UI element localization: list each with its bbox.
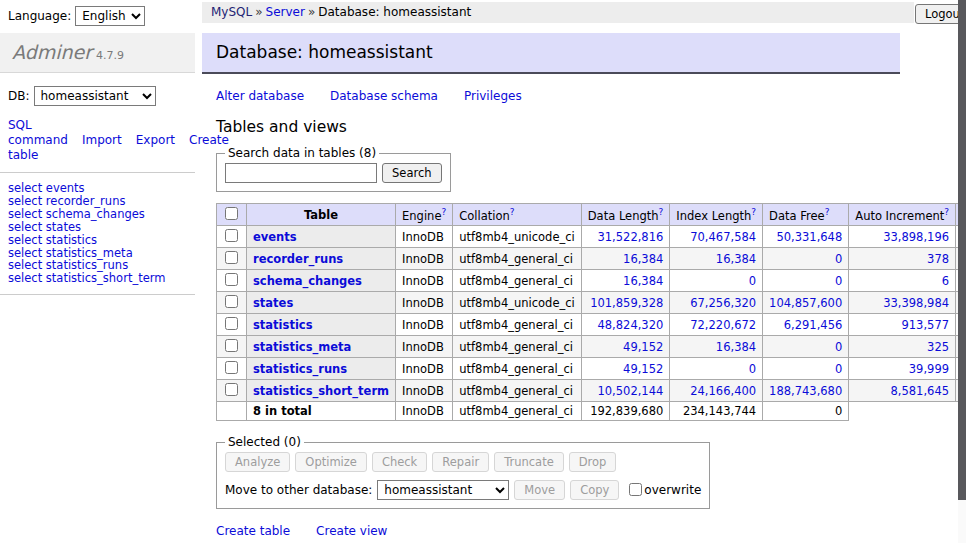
table-link-states[interactable]: states	[46, 220, 81, 234]
select-link-recorder_runs[interactable]: select	[8, 194, 42, 208]
table-name-link-statistics_runs[interactable]: statistics_runs	[253, 362, 347, 376]
select-link-events[interactable]: select	[8, 181, 42, 195]
data-free-link[interactable]: 0	[835, 362, 842, 376]
analyze-button[interactable]: Analyze	[225, 452, 290, 472]
select-link-schema_changes[interactable]: select	[8, 207, 42, 221]
overwrite-checkbox[interactable]	[629, 483, 642, 496]
select-link-statistics_short_term[interactable]: select	[8, 271, 42, 285]
action-link-alter-database[interactable]: Alter database	[216, 89, 304, 103]
auto-increment-link[interactable]: 6	[942, 274, 949, 288]
drop-button[interactable]: Drop	[569, 452, 617, 472]
footer-link-create-view[interactable]: Create view	[316, 524, 387, 538]
help-link[interactable]: ?	[659, 207, 664, 217]
breadcrumb-server-link[interactable]: Server	[266, 5, 305, 19]
table-link-events[interactable]: events	[46, 181, 85, 195]
index-length-link[interactable]: 72,220,672	[690, 318, 756, 332]
select-link-states[interactable]: select	[8, 220, 42, 234]
table-name-link-statistics_short_term[interactable]: statistics_short_term	[253, 384, 389, 398]
data-free-link[interactable]: 0	[835, 252, 842, 266]
index-length-link[interactable]: 67,256,320	[690, 296, 756, 310]
data-length-link[interactable]: 16,384	[623, 274, 663, 288]
index-length-link[interactable]: 0	[749, 274, 756, 288]
table-link-statistics_short_term[interactable]: statistics_short_term	[46, 271, 166, 285]
db-select[interactable]: homeassistant	[34, 86, 156, 106]
data-free-link[interactable]: 50,331,648	[776, 230, 842, 244]
auto-increment-link[interactable]: 33,398,984	[883, 296, 949, 310]
language-select[interactable]: English	[75, 6, 145, 26]
vertical-scrollbar-track[interactable]	[958, 0, 966, 543]
row-checkbox[interactable]	[225, 383, 238, 396]
auto-increment-link[interactable]: 913,577	[901, 318, 949, 332]
data-free-cell: 188,743,680	[763, 380, 849, 402]
row-checkbox[interactable]	[225, 273, 238, 286]
truncate-button[interactable]: Truncate	[494, 452, 564, 472]
optimize-button[interactable]: Optimize	[295, 452, 367, 472]
index-length-link[interactable]: 16,384	[716, 340, 756, 354]
search-button[interactable]: Search	[382, 163, 442, 183]
data-free-link[interactable]: 104,857,600	[769, 296, 842, 310]
auto-increment-link[interactable]: 33,898,196	[883, 230, 949, 244]
data-free-cell: 50,331,648	[763, 226, 849, 248]
table-link-schema_changes[interactable]: schema_changes	[46, 207, 145, 221]
row-checkbox[interactable]	[225, 251, 238, 264]
help-link[interactable]: ?	[825, 207, 830, 217]
data-length-link[interactable]: 48,824,320	[597, 318, 663, 332]
index-length-link[interactable]: 24,166,400	[690, 384, 756, 398]
check-button[interactable]: Check	[372, 452, 427, 472]
table-name-link-states[interactable]: states	[253, 296, 293, 310]
table-name-link-recorder_runs[interactable]: recorder_runs	[253, 252, 343, 266]
help-link[interactable]: ?	[441, 207, 446, 217]
data-length-link[interactable]: 16,384	[623, 252, 663, 266]
action-link-privileges[interactable]: Privileges	[464, 89, 522, 103]
table-name-link-events[interactable]: events	[253, 230, 297, 244]
select-all-checkbox[interactable]	[225, 207, 238, 220]
row-checkbox[interactable]	[225, 229, 238, 242]
move-button[interactable]: Move	[514, 480, 565, 500]
data-free-link[interactable]: 0	[835, 340, 842, 354]
data-free-link[interactable]: 188,743,680	[769, 384, 842, 398]
footer-link-create-table[interactable]: Create table	[216, 524, 290, 538]
sidebar-link-sql-command[interactable]: SQL command	[8, 118, 68, 147]
move-db-select[interactable]: homeassistant	[377, 480, 509, 500]
search-input[interactable]	[225, 163, 377, 183]
breadcrumb-mysql-link[interactable]: MySQL	[211, 5, 252, 19]
select-link-statistics_runs[interactable]: select	[8, 258, 42, 272]
data-length-link[interactable]: 49,152	[623, 362, 663, 376]
repair-button[interactable]: Repair	[432, 452, 489, 472]
table-link-statistics_runs[interactable]: statistics_runs	[46, 258, 128, 272]
index-length-link[interactable]: 16,384	[716, 252, 756, 266]
data-free-link[interactable]: 6,291,456	[784, 318, 843, 332]
auto-increment-link[interactable]: 8,581,645	[891, 384, 950, 398]
copy-button[interactable]: Copy	[570, 480, 619, 500]
help-link[interactable]: ?	[751, 207, 756, 217]
row-checkbox[interactable]	[225, 339, 238, 352]
data-length-link[interactable]: 101,859,328	[590, 296, 663, 310]
action-link-database-schema[interactable]: Database schema	[330, 89, 438, 103]
row-checkbox[interactable]	[225, 361, 238, 374]
table-link-statistics_meta[interactable]: statistics_meta	[46, 246, 133, 260]
index-length-link[interactable]: 0	[749, 362, 756, 376]
data-length-link[interactable]: 31,522,816	[597, 230, 663, 244]
auto-increment-link[interactable]: 378	[927, 252, 949, 266]
sidebar-link-export[interactable]: Export	[136, 133, 175, 147]
select-link-statistics_meta[interactable]: select	[8, 246, 42, 260]
sidebar-link-import[interactable]: Import	[82, 133, 122, 147]
help-link[interactable]: ?	[510, 207, 515, 217]
vertical-scrollbar-thumb[interactable]	[958, 0, 966, 500]
auto-increment-link[interactable]: 39,999	[909, 362, 949, 376]
engine-cell: InnoDB	[396, 292, 453, 314]
select-link-statistics[interactable]: select	[8, 233, 42, 247]
auto-increment-link[interactable]: 325	[927, 340, 949, 354]
index-length-link[interactable]: 70,467,584	[690, 230, 756, 244]
table-name-link-schema_changes[interactable]: schema_changes	[253, 274, 362, 288]
table-name-link-statistics_meta[interactable]: statistics_meta	[253, 340, 351, 354]
table-name-link-statistics[interactable]: statistics	[253, 318, 313, 332]
data-length-link[interactable]: 49,152	[623, 340, 663, 354]
row-checkbox[interactable]	[225, 317, 238, 330]
table-link-statistics[interactable]: statistics	[46, 233, 97, 247]
help-link[interactable]: ?	[944, 207, 949, 217]
row-checkbox[interactable]	[225, 295, 238, 308]
data-free-link[interactable]: 0	[835, 274, 842, 288]
table-link-recorder_runs[interactable]: recorder_runs	[46, 194, 126, 208]
data-length-link[interactable]: 10,502,144	[597, 384, 663, 398]
